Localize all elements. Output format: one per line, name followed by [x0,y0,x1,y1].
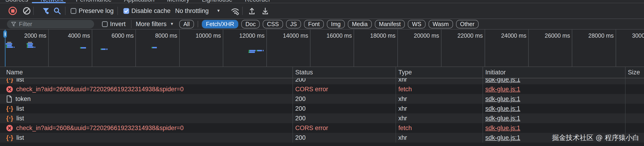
tab-recorder[interactable]: Recorder [245,0,270,3]
search-button[interactable] [54,7,61,15]
initiator-link[interactable]: sdk-glue.js:1 [485,105,520,112]
more-filters-button[interactable]: More filters ▼ [136,21,174,28]
timeline-tick-label: 28000 ms [588,32,614,39]
waterfall-bar [26,43,33,45]
toolbar-divider [242,7,243,15]
json-icon: {} [6,135,13,141]
name-cell: {}list [0,113,292,123]
scrubber-handle[interactable] [3,30,7,38]
status-cell: CORS error [292,123,396,133]
disable-cache-control[interactable]: Disable cache [124,8,171,15]
initiator-link[interactable]: sdk-glue.js:1 [485,95,520,103]
chip-js[interactable]: JS [286,20,301,28]
check-icon [124,9,128,13]
timeline-tick-label: 24000 ms [501,32,526,39]
import-har-button[interactable] [248,7,256,15]
tab-performance[interactable]: Performance [76,0,112,3]
network-overview-timeline[interactable]: 2000 ms4000 ms6000 ms8000 ms10000 ms1200… [0,30,644,67]
initiator-link[interactable]: sdk-glue.js:1 [485,124,520,132]
table-row[interactable]: {}list200xhrsdk-glue.js:1 [0,113,644,123]
chip-wasm[interactable]: Wasm [428,20,453,28]
disable-cache-checkbox[interactable] [124,8,129,14]
column-header-name[interactable]: Name [0,67,292,78]
column-header-size[interactable]: Size [625,67,644,78]
waterfall-bar [80,47,86,49]
timeline-tick-label: 18000 ms [370,32,396,39]
tab-sources[interactable]: Sources [5,0,28,3]
chip-other[interactable]: Other [456,20,479,28]
table-row[interactable]: check_in?aid=2608&uuid=72202966192323149… [0,123,644,133]
column-header-status[interactable]: Status [292,67,396,78]
filter-toggle-button[interactable] [42,7,50,15]
toolbar-divider [118,7,118,15]
tab-memory[interactable]: Memory [167,0,190,3]
chip-font[interactable]: Font [304,20,324,28]
filter-icon [42,7,50,15]
request-name: check_in?aid=2608&uuid=72202966192323149… [16,124,184,132]
status-cell: 200 [292,133,396,142]
waterfall-bar [263,50,264,51]
chip-img[interactable]: Img [327,20,345,28]
table-row[interactable]: {}list200xhrsdk-glue.js:1 [0,104,644,113]
waterfall-bar [249,50,256,51]
initiator-link[interactable]: sdk-glue.js:1 [485,134,520,141]
timeline-tick-label: 2000 ms [24,32,46,39]
waterfall-bar [6,43,12,45]
clear-icon [23,7,30,15]
request-type-chips: AllFetch/XHRDocCSSJSFontImgMediaManifest… [179,20,478,28]
timeline-gridline [616,30,616,67]
throttling-select[interactable]: No throttling [175,8,209,15]
chip-all[interactable]: All [179,20,194,28]
column-header-initiator[interactable]: Initiator [482,67,625,78]
size-cell [625,94,644,104]
request-name: list [16,134,24,141]
table-row[interactable]: token200xhrsdk-glue.js:1 [0,94,644,104]
preserve-log-checkbox[interactable] [70,8,76,14]
chip-doc[interactable]: Doc [241,20,260,28]
network-conditions-icon [230,6,240,16]
timeline-tick-label: 6000 ms [112,32,134,39]
tab-lighthouse[interactable]: Lighthouse [202,0,232,3]
json-icon: {} [6,115,13,121]
initiator-cell: sdk-glue.js:1 [482,123,625,133]
filter-input[interactable] [7,20,94,28]
tab-application[interactable]: Application [124,0,154,3]
table-row[interactable]: {}list200xhrsdk-glue.js:1 [0,133,644,142]
type-value: xhr [398,134,407,141]
initiator-link[interactable]: sdk-glue.js:1 [485,86,520,93]
chip-fetch-xhr[interactable]: Fetch/XHR [202,20,238,28]
table-row[interactable]: check_in?aid=2608&uuid=72202966192323149… [0,84,644,94]
timeline-gridline [223,30,223,67]
timeline-tick-label: 22000 ms [458,32,483,39]
column-header-type[interactable]: Type [396,67,482,78]
disable-cache-label: Disable cache [132,8,171,15]
type-cell: fetch [396,123,482,133]
funnel-icon [11,22,16,27]
timeline-tick-label: 12000 ms [239,32,264,39]
initiator-link[interactable]: sdk-glue.js:1 [485,78,520,83]
dropdown-caret-icon[interactable]: ▼ [216,9,220,13]
chevron-down-icon: ▼ [170,22,174,26]
name-cell: token [0,94,292,104]
scrubber-grip [5,32,6,36]
preserve-log-label: Preserve log [79,8,114,15]
chip-media[interactable]: Media [348,20,372,28]
record-button[interactable] [8,7,17,15]
type-value: xhr [398,115,407,122]
table-row[interactable]: {}list200xhrsdk-glue.js:1 [0,78,644,84]
invert-control[interactable]: Invert [102,21,126,28]
timeline-tick-label: 20000 ms [414,32,439,39]
initiator-link[interactable]: sdk-glue.js:1 [485,115,520,122]
waterfall-bar [7,42,11,43]
chip-ws[interactable]: WS [408,20,425,28]
network-conditions-button[interactable] [230,6,240,16]
type-value: fetch [398,124,412,132]
chip-manifest[interactable]: Manifest [375,20,405,28]
invert-checkbox[interactable] [102,21,108,27]
clear-button[interactable] [23,7,30,15]
preserve-log-control[interactable]: Preserve log [70,8,114,15]
export-har-button[interactable] [261,7,270,15]
chip-css[interactable]: CSS [263,20,283,28]
type-cell: xhr [396,113,482,123]
type-cell: xhr [396,78,482,84]
